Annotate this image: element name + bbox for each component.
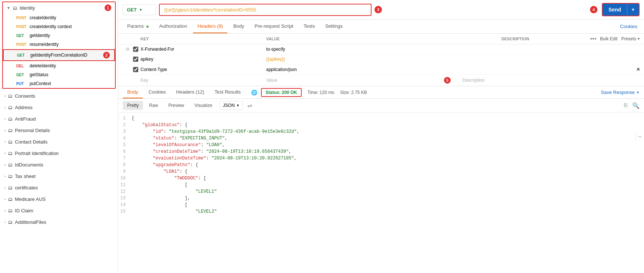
- sidebar-group-consents[interactable]: › 🗂 Consents: [0, 90, 118, 102]
- wrap-icon[interactable]: ⇌: [247, 102, 252, 109]
- sidebar-group-medicare-aus[interactable]: › 🗂 Medicare AUS: [0, 193, 118, 205]
- annotation-3: 3: [374, 6, 382, 13]
- folder-icon: 🗂: [8, 116, 13, 122]
- header-checkbox-3[interactable]: [133, 67, 138, 72]
- tab-body[interactable]: Body: [229, 20, 249, 33]
- sidebar-item-label: getIdentity: [30, 33, 50, 38]
- code-line-8: 8 "upgradePaths": {: [118, 162, 644, 169]
- delete-header-button[interactable]: ✕: [636, 67, 640, 72]
- tab-label: Headers (9): [197, 23, 223, 29]
- sidebar-group-label: IdDocuments: [15, 162, 43, 168]
- send-button[interactable]: Send: [603, 4, 627, 16]
- tab-prerequest[interactable]: Pre-request Script: [250, 20, 298, 33]
- save-response-button[interactable]: Save Response ▼: [601, 90, 640, 95]
- sidebar-group-identity-label: Identity: [20, 5, 35, 11]
- cookies-link[interactable]: Cookies: [618, 20, 640, 33]
- sidebar-item-getStatus[interactable]: GET getStatus: [3, 70, 115, 79]
- presets-button[interactable]: Presets ▼: [621, 36, 640, 41]
- sidebar-group-label: Consents: [15, 93, 35, 99]
- sidebar-item-createIdentityContext[interactable]: POST createIdentity context: [3, 22, 115, 31]
- sidebar-group-portrait-identification[interactable]: › 🗂 Portrait Identification: [0, 148, 118, 159]
- sidebar-item-putContext[interactable]: PUT putContext: [3, 79, 115, 88]
- sidebar-group-address[interactable]: › 🗂 Address: [0, 102, 118, 113]
- search-icon[interactable]: 🔍: [632, 102, 640, 109]
- code-line-1: 1 {: [118, 115, 644, 122]
- header-value-1: to-specify: [266, 47, 552, 52]
- format-preview-button[interactable]: Preview: [164, 101, 189, 110]
- method-badge: PUT: [16, 82, 27, 86]
- tab-settings[interactable]: Settings: [321, 20, 347, 33]
- sidebar-item-resumeIdentity[interactable]: POST resumeIdentity: [3, 40, 115, 49]
- header-row-empty: Key Value 5 Description: [118, 75, 644, 86]
- sidebar-item-getIdentityFromCorrelationID[interactable]: GET getIdentityFromCorrelationID 2: [4, 50, 114, 60]
- header-desc-empty[interactable]: Description: [462, 78, 640, 83]
- json-format-select[interactable]: JSON ▼: [220, 101, 243, 110]
- method-dropdown-icon: ▼: [139, 8, 143, 12]
- sidebar-group-additional-files[interactable]: › 🗂 AdditionalFiles: [0, 216, 118, 228]
- resp-tab-test-results[interactable]: Test Results: [210, 86, 245, 98]
- chevron-right-icon: ›: [4, 117, 6, 121]
- header-checkbox-1[interactable]: [133, 47, 138, 52]
- sidebar-group-personal-details[interactable]: › 🗂 Personal Details: [0, 125, 118, 136]
- folder-icon: 🗂: [13, 5, 17, 11]
- tab-authorization[interactable]: Authorization: [155, 20, 191, 33]
- method-badge: POST: [16, 43, 27, 47]
- sidebar-item-deleteIdentity[interactable]: DEL deleteIdentity: [3, 61, 115, 70]
- url-input[interactable]: [159, 4, 372, 16]
- format-visualize-button[interactable]: Visualize: [190, 101, 217, 110]
- sidebar-group-antifraud[interactable]: › 🗂 AntiFraud: [0, 113, 118, 125]
- globe-icon[interactable]: 🌐: [251, 90, 257, 95]
- annotation-2: 2: [103, 52, 110, 58]
- sidebar-group-label: Address: [15, 105, 33, 110]
- main-area: GET ▼ 3 4 Send ▼ Params Authorization He…: [118, 0, 644, 273]
- tab-tests[interactable]: Tests: [299, 20, 319, 33]
- tab-headers[interactable]: Headers (9): [193, 20, 227, 33]
- folder-icon: 🗂: [8, 173, 13, 179]
- code-line-13: 13 ],: [118, 195, 644, 202]
- sidebar-item-label: getStatus: [30, 72, 48, 77]
- sidebar-group-iddocuments[interactable]: › 🗂 IdDocuments: [0, 159, 118, 171]
- folder-icon: 🗂: [8, 93, 13, 99]
- annotation-1: 1: [105, 4, 111, 11]
- header-value-2: {{apikey}}: [266, 57, 552, 62]
- tab-label: Body: [127, 89, 138, 95]
- method-select[interactable]: GET ▼: [123, 4, 156, 15]
- resp-tab-headers[interactable]: Headers (12): [172, 86, 209, 98]
- chevron-right-icon: ›: [4, 220, 6, 224]
- chevron-right-icon: ›: [4, 163, 6, 167]
- presets-dropdown-icon: ▼: [637, 37, 640, 41]
- send-dropdown-button[interactable]: ▼: [627, 4, 639, 16]
- chevron-right-icon: ›: [4, 209, 6, 213]
- sidebar-item-getIdentity[interactable]: GET getIdentity: [3, 31, 115, 40]
- sidebar-group-contact-details[interactable]: › 🗂 Contact Details: [0, 136, 118, 148]
- header-value-empty[interactable]: Value: [266, 78, 444, 83]
- sidebar-item-label: createIdentity: [30, 15, 56, 20]
- header-checkbox-2[interactable]: [133, 57, 138, 62]
- format-raw-button[interactable]: Raw: [145, 101, 162, 110]
- sidebar-group-id-claim[interactable]: › 🗂 ID Claim: [0, 205, 118, 216]
- sidebar-group-label: ID Claim: [15, 208, 33, 213]
- copy-icon[interactable]: ⎘: [624, 102, 628, 109]
- code-line-12: 12 "LEVEL1": [118, 189, 644, 195]
- folder-icon: 🗂: [8, 128, 13, 133]
- header-key-2: apikey: [140, 57, 266, 62]
- format-pretty-button[interactable]: Pretty: [123, 101, 143, 110]
- folder-icon: 🗂: [8, 151, 13, 156]
- sidebar-group-identity[interactable]: ▼ 🗂 Identity 1: [3, 2, 115, 13]
- bulk-edit-button[interactable]: Bulk Edit: [600, 36, 617, 41]
- expand-panel-icon[interactable]: ↔: [635, 132, 644, 141]
- settings-icon: ⚙: [126, 47, 130, 52]
- resp-tab-cookies[interactable]: Cookies: [144, 86, 170, 98]
- annotation-4: 4: [590, 6, 597, 13]
- header-key-empty[interactable]: Key: [140, 78, 266, 83]
- resp-tab-body[interactable]: Body: [123, 86, 143, 98]
- sidebar-group-tax-sheet[interactable]: › 🗂 Tax sheet: [0, 171, 118, 182]
- sidebar-group-certificates[interactable]: › 🗂 certificates: [0, 182, 118, 193]
- params-dot: [146, 26, 149, 28]
- folder-icon: 🗂: [8, 105, 13, 110]
- more-options-icon[interactable]: •••: [590, 36, 596, 42]
- chevron-right-icon: ›: [4, 105, 6, 109]
- save-response-dropdown-icon: ▼: [636, 91, 640, 94]
- sidebar-item-createIdentity[interactable]: POST createIdentity: [3, 13, 115, 22]
- tab-params[interactable]: Params: [123, 20, 153, 33]
